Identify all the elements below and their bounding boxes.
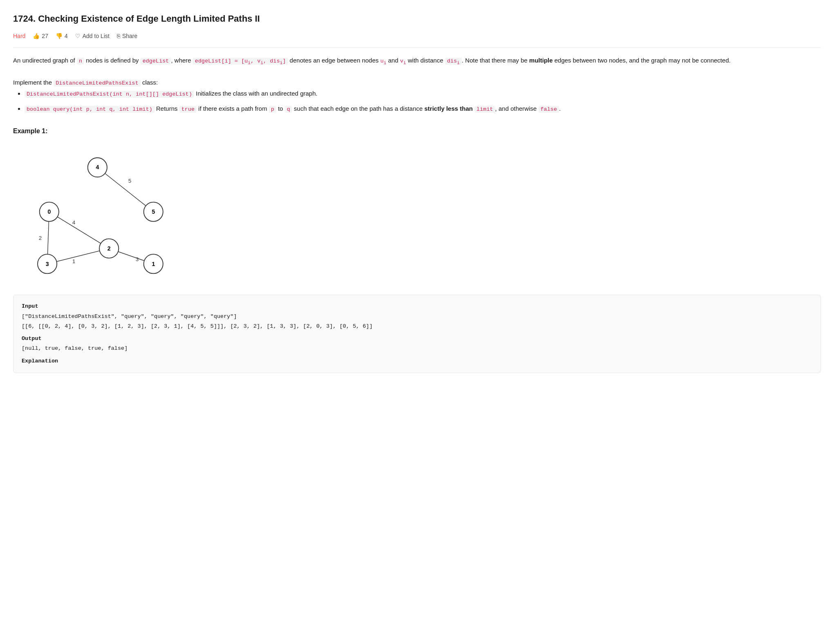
true-code: true xyxy=(179,106,197,113)
add-to-list-label: Add to List xyxy=(83,31,110,40)
share-label: Share xyxy=(122,31,137,40)
edge-3-2-label: 1 xyxy=(72,258,75,264)
limit-code: limit xyxy=(474,106,495,113)
example-title: Example 1: xyxy=(13,126,821,136)
description-para1: An undirected graph of n nodes is define… xyxy=(13,55,821,67)
input-line2: [[6, [[0, 2, 4], [0, 3, 2], [1, 2, 3], [… xyxy=(22,323,373,329)
edgelist-expr-code: edgeList[i] = [ui, vi, disi] xyxy=(193,58,288,65)
share-button[interactable]: ⎘ Share xyxy=(117,31,137,40)
method-constructor: DistanceLimitedPathsExist(int n, int[][]… xyxy=(25,88,821,99)
edge-0-2-label: 4 xyxy=(72,220,75,226)
graph-svg: 2 4 1 5 3 0 3 2 4 xyxy=(21,144,193,283)
query-signature: boolean query(int p, int q, int limit) xyxy=(25,106,154,113)
method-query: boolean query(int p, int q, int limit) R… xyxy=(25,103,821,114)
thumbs-down-icon: 👎 xyxy=(56,31,63,40)
input-line1: ["DistanceLimitedPathsExist", "query", "… xyxy=(22,313,237,320)
node-2-label: 2 xyxy=(107,245,111,252)
n-code: n xyxy=(77,58,84,65)
description-section: An undirected graph of n nodes is define… xyxy=(13,55,821,114)
edge-2-1-label: 3 xyxy=(136,256,139,262)
node-0-label: 0 xyxy=(47,208,51,215)
input-section: Input ["DistanceLimitedPathsExist", "que… xyxy=(22,302,812,331)
output-line: [null, true, false, true, false] xyxy=(22,345,127,351)
classname-code: DistanceLimitedPathsExist xyxy=(54,80,141,87)
node-1-label: 1 xyxy=(152,261,155,267)
edge-0-3-label: 2 xyxy=(39,235,42,242)
explanation-section: Explanation xyxy=(22,356,812,366)
edge-4-5 xyxy=(97,168,153,212)
method-list: DistanceLimitedPathsExist(int n, int[][]… xyxy=(25,88,821,114)
graph-container: 2 4 1 5 3 0 3 2 4 xyxy=(21,144,821,283)
q-code: q xyxy=(285,106,292,113)
downvote-count: 4 xyxy=(65,31,68,40)
edge-0-2 xyxy=(49,212,109,249)
dis-i-code: disi xyxy=(445,58,462,65)
node-4-label: 4 xyxy=(96,164,99,171)
problem-title: 1724. Checking Existence of Edge Length … xyxy=(13,11,821,26)
node-5-label: 5 xyxy=(152,208,155,215)
thumbs-up-icon: 👍 xyxy=(33,31,40,40)
upvote-count: 27 xyxy=(42,31,48,40)
node-3-label: 3 xyxy=(46,261,49,267)
input-label: Input xyxy=(22,303,38,309)
false-code: false xyxy=(539,106,559,113)
share-icon: ⎘ xyxy=(117,31,120,40)
p-code: p xyxy=(269,106,276,113)
constructor-signature: DistanceLimitedPathsExist(int n, int[][]… xyxy=(25,91,194,98)
example-section: Example 1: 2 4 1 5 3 0 3 xyxy=(13,126,821,373)
output-label: Output xyxy=(22,335,42,342)
heart-icon: ♡ xyxy=(75,31,80,40)
edgelist-code: edgeList xyxy=(141,58,171,65)
add-to-list-button[interactable]: ♡ Add to List xyxy=(75,31,110,40)
description-para2: Implement the DistanceLimitedPathsExist … xyxy=(13,77,821,88)
meta-bar: Hard 👍 27 👎 4 ♡ Add to List ⎘ Share xyxy=(13,31,821,47)
upvote-button[interactable]: 👍 27 xyxy=(33,31,48,40)
explanation-label: Explanation xyxy=(22,358,58,364)
io-block: Input ["DistanceLimitedPathsExist", "que… xyxy=(13,295,821,373)
difficulty-badge: Hard xyxy=(13,31,25,40)
output-section: Output [null, true, false, true, false] xyxy=(22,334,812,354)
edge-4-5-label: 5 xyxy=(128,178,131,184)
downvote-button[interactable]: 👎 4 xyxy=(56,31,68,40)
